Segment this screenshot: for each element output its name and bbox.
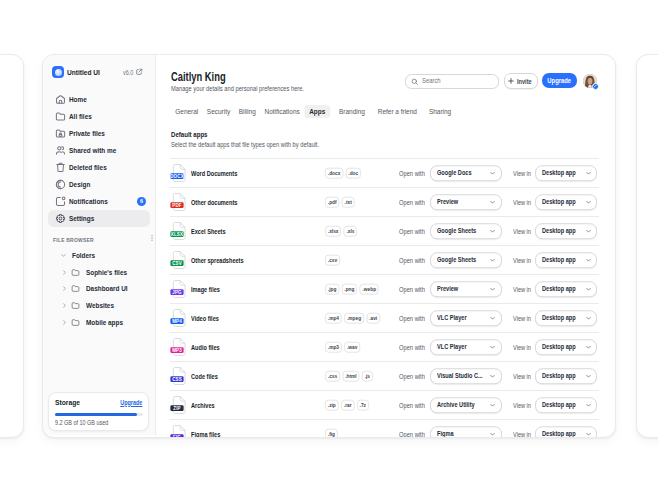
svg-text:ZIP: ZIP — [173, 406, 180, 411]
svg-text:CSS: CSS — [172, 377, 182, 382]
svg-text:CSV: CSV — [172, 261, 182, 266]
svg-text:MP3: MP3 — [172, 348, 182, 353]
svg-text:JPG: JPG — [172, 290, 182, 295]
svg-text:DOCX: DOCX — [170, 174, 184, 179]
svg-text:PDF: PDF — [172, 203, 182, 208]
svg-text:XLSX: XLSX — [171, 232, 183, 237]
svg-text:FIG: FIG — [173, 435, 181, 438]
svg-text:MP4: MP4 — [172, 319, 182, 324]
